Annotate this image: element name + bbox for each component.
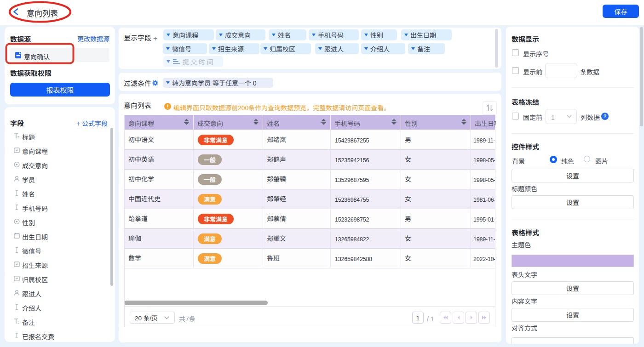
svg-text:?: ?	[604, 114, 607, 119]
